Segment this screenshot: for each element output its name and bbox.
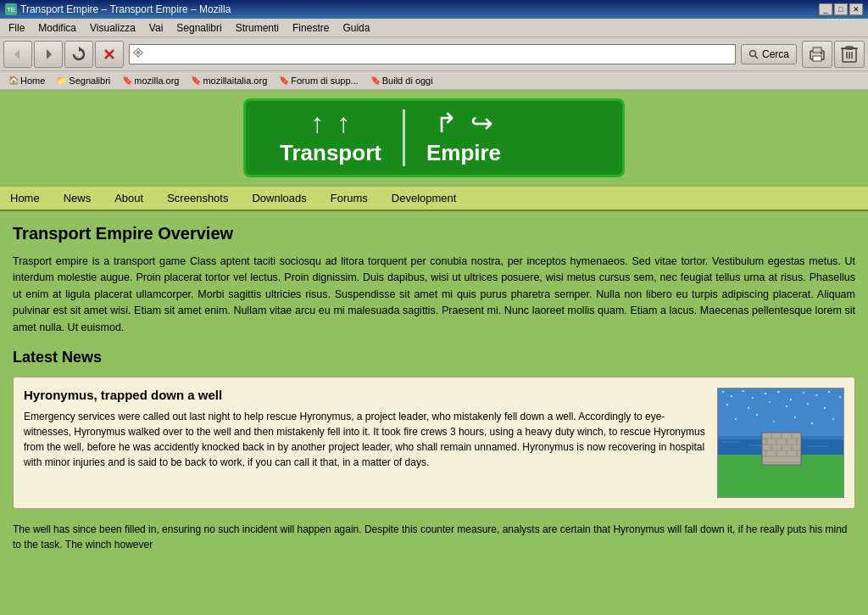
menu-finestre[interactable]: Finestre [286, 20, 336, 36]
folder-icon: 📁 [57, 75, 67, 85]
window-controls: _ □ ✕ [819, 3, 863, 15]
menu-vai[interactable]: Vai [142, 20, 170, 36]
svg-rect-35 [824, 407, 826, 409]
svg-rect-33 [786, 405, 787, 407]
address-icon [133, 48, 143, 60]
logo-left: ↑ ↑ Transport [263, 109, 398, 166]
svg-marker-0 [14, 49, 19, 59]
bookmark-mozilla[interactable]: 🔖 mozilla.org [117, 75, 184, 87]
address-bar-container [129, 44, 736, 64]
svg-rect-39 [794, 417, 796, 418]
svg-rect-40 [811, 422, 813, 424]
svg-rect-24 [777, 391, 780, 393]
address-input[interactable] [147, 48, 732, 60]
svg-rect-23 [765, 393, 766, 394]
title-bar: TE Transport Empire – Transport Empire –… [0, 0, 868, 19]
bookmark-segnalibri[interactable]: 📁 Segnalibri [52, 75, 115, 87]
logo-left-arrows: ↑ ↑ [310, 109, 350, 137]
overview-heading: Transport Empire Overview [13, 224, 855, 243]
close-button[interactable]: ✕ [849, 3, 863, 15]
bookmark-forum[interactable]: 🔖 Forum di supp... [274, 75, 363, 87]
news-article-1: Hyronymus, trapped down a well Emergency… [13, 377, 855, 509]
search-label: Cerca [762, 48, 789, 60]
overview-paragraph: Trasport empire is a transport game Clas… [13, 254, 855, 336]
menu-visualizza[interactable]: Visualizza [83, 20, 142, 36]
logo-right-arrows: ↱ ↪ [435, 109, 493, 137]
svg-rect-25 [790, 399, 792, 400]
bookmark-mozillaitalia[interactable]: 🔖 mozillaitalia.org [186, 75, 272, 87]
news-article-text-2: The well has since been filled in, ensur… [13, 522, 855, 552]
bookmark-icon-4: 🔖 [370, 75, 381, 85]
search-button[interactable]: Cerca [741, 44, 797, 64]
news-article-text: Emergency services were called out last … [24, 409, 707, 470]
nav-about[interactable]: About [111, 190, 147, 206]
main-content[interactable]: ↑ ↑ Transport ↱ ↪ Empire Home News About… [0, 90, 868, 615]
window-title: Transport Empire – Transport Empire – Mo… [20, 3, 231, 15]
minimize-button[interactable]: _ [819, 3, 832, 15]
nav-bar: Home News About Screenshots Downloads Fo… [0, 186, 868, 211]
forward-button[interactable] [34, 41, 63, 68]
svg-rect-26 [803, 392, 804, 394]
menu-file[interactable]: File [2, 20, 31, 36]
refresh-button[interactable] [64, 41, 93, 68]
site-header: ↑ ↑ Transport ↱ ↪ Empire [0, 90, 868, 186]
svg-line-7 [755, 56, 758, 59]
svg-rect-21 [742, 390, 744, 392]
svg-rect-31 [748, 407, 749, 409]
arrow-right-2: ↪ [470, 109, 493, 137]
nav-news[interactable]: News [60, 190, 95, 206]
arrow-right-1: ↱ [435, 109, 458, 137]
bookmark-icon-2: 🔖 [191, 75, 201, 85]
logo-empire: Empire [426, 140, 501, 166]
bookmark-icon-3: 🔖 [279, 75, 289, 85]
logo-transport: Transport [280, 140, 381, 166]
svg-rect-36 [735, 418, 737, 420]
print-button[interactable] [802, 41, 832, 68]
nav-home[interactable]: Home [7, 190, 43, 206]
bookmarks-bar: 🏠 Home 📁 Segnalibri 🔖 mozilla.org 🔖 mozi… [0, 71, 868, 90]
svg-rect-38 [773, 421, 775, 422]
svg-rect-32 [769, 401, 771, 403]
arrow-up-1: ↑ [310, 109, 324, 137]
bookmark-icon-1: 🔖 [122, 75, 132, 85]
nav-screenshots[interactable]: Screenshots [164, 190, 231, 206]
svg-point-6 [749, 50, 755, 56]
nav-forums[interactable]: Forums [327, 190, 371, 206]
news-heading: Latest News [13, 349, 855, 366]
menu-modifica[interactable]: Modifica [31, 20, 83, 36]
delete-button[interactable] [834, 41, 865, 68]
logo-sign: ↑ ↑ Transport ↱ ↪ Empire [243, 98, 625, 177]
svg-rect-22 [752, 397, 754, 399]
svg-rect-41 [832, 418, 834, 420]
nav-downloads[interactable]: Downloads [248, 190, 309, 206]
nav-development[interactable]: Development [388, 190, 460, 206]
home-icon: 🏠 [8, 75, 19, 85]
svg-rect-34 [807, 403, 809, 405]
svg-rect-19 [722, 391, 724, 393]
app-icon: TE [5, 3, 17, 15]
maximize-button[interactable]: □ [834, 3, 848, 15]
stop-button[interactable] [95, 41, 124, 68]
svg-point-11 [821, 52, 822, 53]
svg-rect-20 [731, 395, 732, 397]
menu-strumenti[interactable]: Strumenti [229, 20, 286, 36]
svg-rect-10 [813, 56, 821, 61]
news-article-title: Hyronymus, trapped down a well [24, 388, 707, 402]
menu-segnalibri[interactable]: Segnalibri [170, 20, 228, 36]
svg-rect-9 [813, 48, 821, 53]
news-article-image [717, 388, 844, 498]
news-article-content: Hyronymus, trapped down a well Emergency… [24, 388, 707, 498]
svg-rect-27 [815, 394, 818, 396]
arrow-up-2: ↑ [337, 109, 350, 137]
bookmark-home[interactable]: 🏠 Home [3, 75, 50, 87]
svg-rect-18 [718, 389, 844, 439]
logo-divider [403, 109, 405, 166]
back-button[interactable] [3, 41, 32, 68]
svg-marker-1 [47, 49, 52, 59]
content-area: Transport Empire Overview Trasport empir… [0, 211, 868, 565]
bookmark-build[interactable]: 🔖 Build di oggi [365, 75, 438, 87]
svg-rect-29 [839, 396, 841, 398]
svg-rect-37 [756, 414, 758, 416]
menu-bar: File Modifica Visualizza Vai Segnalibri … [0, 19, 868, 37]
menu-guida[interactable]: Guida [336, 20, 376, 36]
